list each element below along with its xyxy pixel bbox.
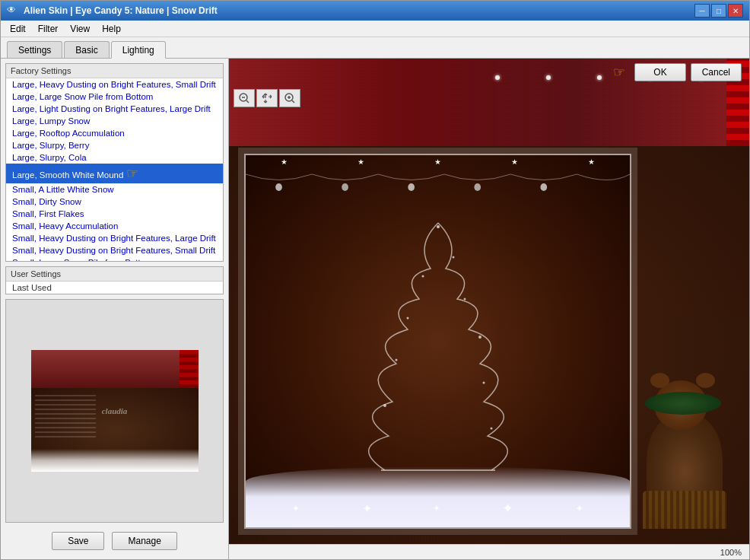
svg-point-13	[437, 225, 440, 228]
list-item[interactable]: Large, Heavy Dusting on Bright Features,…	[6, 78, 223, 91]
close-button[interactable]: ✕	[728, 4, 743, 18]
left-panel: Factory Settings Large, Heavy Dusting on…	[1, 59, 229, 559]
svg-point-14	[452, 256, 454, 259]
snow-preview	[31, 449, 199, 472]
factory-settings-section: Factory Settings Large, Heavy Dusting on…	[5, 63, 224, 262]
list-item[interactable]: Small, Heavy Accumulation	[6, 220, 223, 232]
zoom-in-tool[interactable]	[279, 89, 300, 107]
preview-main-canvas: ✦ ✦ ✦ ✦ ✦	[229, 146, 749, 544]
list-item[interactable]: Small, Heavy Dusting on Bright Features,…	[6, 244, 223, 256]
status-bar: 100%	[229, 544, 749, 559]
list-item[interactable]: Large, Lumpy Snow	[6, 115, 223, 127]
zoom-in-icon	[284, 92, 296, 104]
zoom-level: 100%	[720, 548, 742, 557]
list-item[interactable]: Large, Rooftop Accumulation	[6, 127, 223, 139]
list-item[interactable]: Large, Slurpy, Cola	[6, 151, 223, 164]
svg-point-8	[342, 183, 348, 191]
tab-lighting[interactable]: Lighting	[111, 41, 166, 59]
bottom-buttons: Save Manage	[5, 527, 224, 555]
svg-point-11	[540, 183, 547, 191]
save-button[interactable]: Save	[52, 532, 104, 550]
top-right-controls: ☞ OK Cancel	[627, 59, 749, 86]
menu-edit[interactable]: Edit	[4, 22, 32, 36]
pan-icon	[261, 92, 273, 104]
svg-point-18	[478, 336, 481, 339]
menu-help[interactable]: Help	[96, 22, 127, 36]
svg-point-15	[421, 275, 424, 278]
svg-line-6	[292, 100, 294, 103]
preview-thumbnail-section: claudia	[5, 299, 224, 523]
list-item[interactable]: Large, Large Snow Pile from Bottom	[6, 91, 223, 103]
svg-point-10	[474, 183, 481, 191]
preview-area: ✦ ✦ ✦ ✦ ✦	[229, 59, 749, 544]
menu-bar: Edit Filter View Help	[1, 21, 749, 37]
title-bar: 👁 Alien Skin | Eye Candy 5: Nature | Sno…	[1, 1, 749, 21]
factory-settings-list: Large, Heavy Dusting on Bright Features,…	[6, 78, 223, 261]
pan-tool[interactable]	[256, 89, 278, 107]
selection-arrow-icon: ☞	[126, 165, 138, 182]
svg-point-22	[490, 428, 492, 430]
ok-arrow-icon: ☞	[613, 64, 625, 81]
manage-button[interactable]: Manage	[112, 532, 176, 550]
list-item-selected[interactable]: Large, Smooth White Mound ☞	[6, 164, 223, 183]
title-controls: ─ □ ✕	[694, 4, 743, 18]
svg-point-20	[482, 382, 485, 384]
list-item-last-used[interactable]: Last Used	[6, 282, 223, 294]
watermark-text: claudia	[102, 406, 128, 415]
menu-filter[interactable]: Filter	[32, 22, 65, 36]
svg-point-16	[463, 298, 466, 301]
tab-basic[interactable]: Basic	[64, 41, 109, 58]
svg-point-7	[275, 183, 282, 191]
preview-canvas: claudia	[31, 350, 199, 472]
list-item[interactable]: Large, Slurpy, Berry	[6, 139, 223, 151]
maximize-button[interactable]: □	[711, 4, 726, 18]
user-settings-header: User Settings	[6, 267, 223, 282]
list-item[interactable]: Small, Heavy Dusting on Bright Features,…	[6, 232, 223, 244]
zoom-out-tool[interactable]	[234, 89, 255, 107]
svg-point-9	[408, 183, 415, 191]
main-window: 👁 Alien Skin | Eye Candy 5: Nature | Sno…	[0, 0, 750, 560]
app-icon: 👁	[7, 5, 19, 17]
factory-settings-header: Factory Settings	[6, 64, 223, 78]
ok-button[interactable]: OK	[634, 63, 685, 81]
list-item[interactable]: Small, First Flakes	[6, 208, 223, 220]
menu-view[interactable]: View	[64, 22, 96, 36]
preview-tools	[234, 89, 300, 107]
svg-point-21	[383, 404, 386, 407]
svg-point-17	[406, 317, 408, 320]
window-title: Alien Skin | Eye Candy 5: Nature | Snow …	[24, 5, 218, 16]
zoom-out-icon	[238, 92, 250, 104]
user-settings-list: Last Used	[6, 282, 223, 294]
right-panel: ☞ OK Cancel	[229, 59, 749, 559]
main-content: Factory Settings Large, Heavy Dusting on…	[1, 59, 749, 559]
minimize-button[interactable]: ─	[694, 4, 710, 18]
list-item[interactable]: Small, Large Snow Pile from Bottom	[6, 256, 223, 261]
list-item[interactable]: Small, Dirty Snow	[6, 196, 223, 208]
list-item[interactable]: Small, A Little White Snow	[6, 183, 223, 196]
christmas-tree-svg	[332, 200, 545, 489]
tab-settings[interactable]: Settings	[7, 41, 62, 58]
svg-line-2	[246, 100, 249, 103]
title-bar-left: 👁 Alien Skin | Eye Candy 5: Nature | Sno…	[7, 5, 218, 17]
cancel-button[interactable]: Cancel	[691, 63, 742, 81]
list-item[interactable]: Large, Light Dusting on Bright Features,…	[6, 103, 223, 115]
user-settings-section: User Settings Last Used	[5, 266, 224, 294]
svg-point-19	[395, 359, 397, 361]
tabs-bar: Settings Basic Lighting	[1, 37, 749, 59]
